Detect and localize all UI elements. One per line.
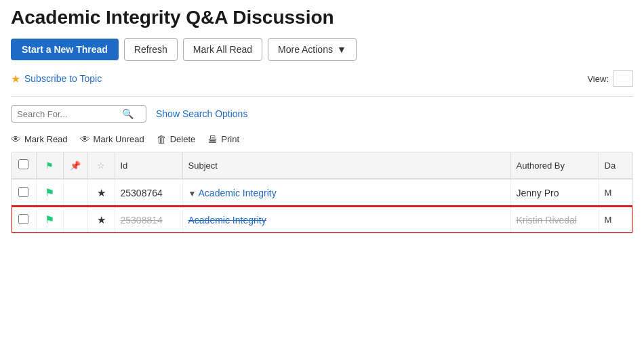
table-row: ⚑★25308814Academic IntegrityKristin Rive… [12,207,632,234]
row-check-cell [12,179,36,207]
mark-unread-icon: 👁 [80,133,90,145]
print-label: Print [221,134,239,144]
flag-icon: ⚑ [45,187,54,198]
mark-all-read-button[interactable]: Mark All Read [183,38,262,61]
row-star-cell[interactable]: ★ [87,179,115,207]
thread-id: 25308764 [121,188,163,198]
col-header-attach: 📌 [63,152,87,179]
thread-date: M [605,215,612,225]
col-header-authored-by: Authored By [510,152,599,179]
more-actions-label: More Actions [278,44,333,55]
flag-header-icon: ⚑ [45,161,54,171]
search-icon: 🔍 [122,108,134,119]
subject-link[interactable]: Academic Integrity [188,215,266,226]
chevron-down-icon: ▼ [337,44,346,55]
subject-link[interactable]: Academic Integrity [199,188,277,198]
row-flag-cell[interactable]: ⚑ [36,207,63,234]
col-header-star: ☆ [87,152,115,179]
row-flag-cell[interactable]: ⚑ [36,179,63,207]
flag-icon: ⚑ [45,214,54,226]
view-label-container: View: [587,70,633,87]
row-id-cell: 25308814 [115,207,182,234]
select-all-checkbox[interactable] [18,159,28,169]
row-attach-cell [63,179,87,207]
view-selector[interactable] [613,70,633,87]
star-filled-icon: ★ [11,72,20,85]
row-checkbox[interactable] [18,187,28,197]
row-author-cell: Jenny Pro [510,179,599,207]
trash-icon: 🗑 [157,133,167,145]
attach-header-icon: 📌 [70,161,81,171]
row-id-cell: 25308764 [115,179,182,207]
toolbar: Start a New Thread Refresh Mark All Read… [11,38,633,61]
row-date-cell: M [599,207,632,234]
refresh-button[interactable]: Refresh [124,38,178,61]
col-header-flag: ⚑ [36,152,63,179]
thread-table-container: ⚑ 📌 ☆ Id Subject Authored By Da ⚑★253087… [11,152,633,234]
start-thread-button[interactable]: Start a New Thread [11,39,119,60]
print-icon: 🖶 [207,133,218,145]
table-header-row: ⚑ 📌 ☆ Id Subject Authored By Da [12,152,632,179]
mark-read-icon: 👁 [11,133,21,145]
print-action[interactable]: 🖶 Print [207,133,239,145]
actions-row: 👁 Mark Read 👁 Mark Unread 🗑 Delete 🖶 Pri… [11,133,633,145]
star-filled-icon: ★ [97,187,106,198]
mark-unread-label: Mark Unread [94,134,144,144]
star-header-icon: ☆ [97,161,105,171]
show-search-options-link[interactable]: Show Search Options [156,108,247,119]
subject-dropdown-arrow[interactable]: ▼ [188,189,197,198]
search-row: 🔍 Show Search Options [11,105,633,123]
row-attach-cell [63,207,87,234]
row-date-cell: M [599,179,632,207]
subscribe-label: Subscribe to Topic [24,73,102,84]
thread-author: Jenny Pro [517,188,559,198]
row-star-cell[interactable]: ★ [87,207,115,234]
search-box: 🔍 [11,105,146,123]
row-subject-cell[interactable]: Academic Integrity [182,207,510,234]
thread-id: 25308814 [121,215,163,226]
star-filled-icon: ★ [97,214,106,226]
thread-date: M [605,188,612,198]
thread-author: Kristin Rivedal [517,215,577,226]
delete-label: Delete [170,134,196,144]
row-checkbox[interactable] [18,214,28,224]
col-header-subject: Subject [182,152,510,179]
row-subject-cell[interactable]: ▼ Academic Integrity [182,179,510,207]
page-container: Academic Integrity Q&A Discussion Start … [0,0,644,244]
mark-unread-action[interactable]: 👁 Mark Unread [80,133,144,145]
view-text: View: [587,74,609,84]
search-input[interactable] [17,109,122,119]
col-header-id: Id [115,152,182,179]
delete-action[interactable]: 🗑 Delete [157,133,196,145]
more-actions-button[interactable]: More Actions ▼ [268,38,357,61]
subscribe-row: ★ Subscribe to Topic View: [11,70,633,87]
row-author-cell: Kristin Rivedal [510,207,599,234]
col-header-date: Da [599,152,632,179]
table-row: ⚑★25308764 ▼ Academic Integrity Jenny Pr… [12,179,632,207]
mark-read-action[interactable]: 👁 Mark Read [11,133,68,145]
row-check-cell [12,207,36,234]
col-header-check [12,152,36,179]
mark-read-label: Mark Read [24,134,68,144]
subscribe-topic-link[interactable]: ★ Subscribe to Topic [11,72,102,85]
thread-table: ⚑ 📌 ☆ Id Subject Authored By Da ⚑★253087… [12,152,632,233]
page-title: Academic Integrity Q&A Discussion [11,7,633,28]
table-body: ⚑★25308764 ▼ Academic Integrity Jenny Pr… [12,179,632,233]
divider-1 [11,96,633,97]
